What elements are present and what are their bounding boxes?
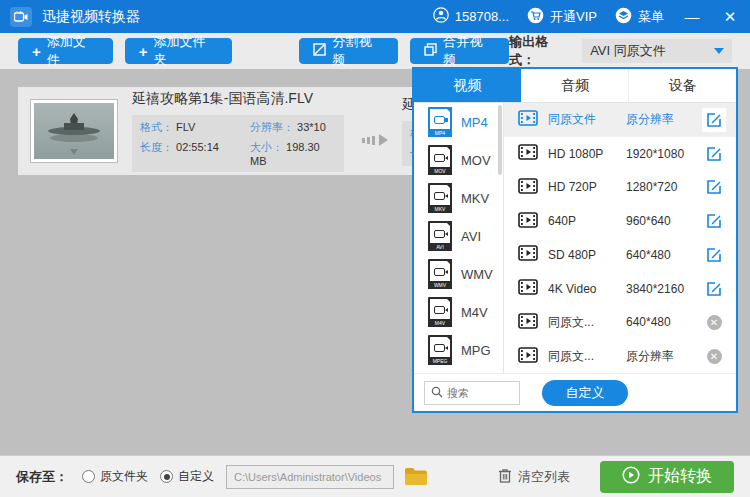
tab-device[interactable]: 设备: [629, 69, 736, 102]
start-convert-button[interactable]: 开始转换: [600, 461, 734, 493]
format-tabs: 视频 音频 设备: [414, 69, 736, 103]
filmstrip-icon: [518, 144, 538, 163]
app-logo-icon: [10, 7, 32, 27]
clear-list-button[interactable]: 清空列表: [498, 468, 570, 486]
filmstrip-icon: [518, 212, 538, 231]
profile-list: 同原文件 原分辨率 HD 1080P 1920*1080 HD 720P 128…: [504, 103, 736, 373]
output-format-label: 输出格式：: [509, 33, 574, 69]
file-video-icon: MKV: [428, 183, 452, 213]
profile-row-1080p[interactable]: HD 1080P 1920*1080: [504, 137, 736, 171]
file-video-icon: M4V: [428, 297, 452, 327]
format-item-wmv[interactable]: WMV WMV: [414, 255, 503, 293]
edit-icon[interactable]: [702, 243, 726, 267]
account-button[interactable]: 158708...: [433, 7, 509, 26]
app-window: 迅捷视频转换器 158708... 开通VIP 菜单 — ✕ + 添加文件 +: [0, 0, 750, 497]
merge-icon: [424, 43, 437, 59]
file-title: 延禧攻略第1集-国语高清.FLV: [132, 90, 344, 108]
output-format-select[interactable]: AVI 同原文件: [582, 39, 732, 63]
filmstrip-icon: [518, 313, 538, 332]
trash-icon: [498, 468, 512, 486]
titlebar: 迅捷视频转换器 158708... 开通VIP 菜单 — ✕: [0, 0, 750, 33]
filmstrip-icon: [518, 178, 538, 197]
format-search[interactable]: [424, 381, 520, 405]
file-video-icon: MP4: [428, 107, 452, 137]
tab-video[interactable]: 视频: [414, 69, 522, 102]
menu-label: 菜单: [638, 8, 664, 26]
split-icon: [313, 43, 326, 59]
format-item-mov[interactable]: MOV MOV: [414, 141, 503, 179]
filmstrip-icon: [518, 279, 538, 298]
remove-icon[interactable]: ✕: [702, 310, 726, 334]
search-input[interactable]: [447, 387, 507, 399]
output-path-input[interactable]: [226, 465, 394, 489]
chevron-down-icon: [714, 48, 724, 54]
remove-icon[interactable]: ✕: [702, 344, 726, 368]
radio-custom-folder[interactable]: 自定义: [160, 468, 214, 485]
edit-icon[interactable]: [702, 277, 726, 301]
custom-format-button[interactable]: 自定义: [542, 380, 628, 406]
filmstrip-icon: [518, 347, 538, 366]
account-label: 158708...: [455, 9, 509, 24]
split-video-button[interactable]: 分割视频: [299, 38, 398, 64]
add-folder-button[interactable]: + 添加文件夹: [125, 38, 233, 64]
vip-label: 开通VIP: [550, 8, 597, 26]
file-video-icon: WMV: [428, 259, 452, 289]
save-to-label: 保存至：: [16, 468, 68, 486]
format-item-m4v[interactable]: M4V M4V: [414, 293, 503, 331]
edit-icon[interactable]: [702, 108, 726, 132]
radio-original-folder[interactable]: 原文件夹: [82, 468, 148, 485]
user-icon: [433, 7, 449, 26]
browse-folder-button[interactable]: [404, 467, 428, 486]
profile-row-4k[interactable]: 4K Video 3840*2160: [504, 272, 736, 306]
video-thumbnail: [30, 99, 118, 163]
vip-button[interactable]: 开通VIP: [527, 7, 597, 27]
profile-row-640p[interactable]: 640P 960*640: [504, 204, 736, 238]
minimize-button[interactable]: —: [682, 8, 702, 25]
panel-bottom-bar: 自定义: [414, 373, 736, 411]
folder-icon: [404, 467, 428, 486]
file-video-icon: MPEG: [428, 335, 452, 365]
edit-icon[interactable]: [702, 209, 726, 233]
profile-row-720p[interactable]: HD 720P 1280*720: [504, 171, 736, 205]
tab-audio[interactable]: 音频: [522, 69, 630, 102]
format-item-avi[interactable]: AVI AVI: [414, 217, 503, 255]
app-title: 迅捷视频转换器: [42, 8, 140, 26]
close-button[interactable]: ✕: [720, 8, 740, 26]
format-item-mkv[interactable]: MKV MKV: [414, 179, 503, 217]
file-video-icon: MOV: [428, 145, 452, 175]
format-item-mp4[interactable]: MP4 MP4: [414, 103, 503, 141]
convert-arrow-icon: [362, 134, 388, 146]
merge-video-button[interactable]: 合并视频: [410, 38, 509, 64]
search-icon: [431, 384, 443, 402]
toolbar: + 添加文件 + 添加文件夹 分割视频 合并视频 输出格式： AVI 同原文件: [0, 33, 750, 69]
format-dropdown-panel: 视频 音频 设备 MP4 MP4 MOV MOV MKV MKV AVI: [412, 67, 738, 413]
file-meta: 格式： FLV 分辨率： 33*10 长度： 02:55:14 大小： 198.…: [132, 115, 344, 172]
edit-icon[interactable]: [702, 175, 726, 199]
filmstrip-icon: [518, 110, 538, 129]
format-list: MP4 MP4 MOV MOV MKV MKV AVI AVI WMV WM: [414, 103, 504, 373]
cart-icon: [527, 7, 544, 27]
profile-row-480p[interactable]: SD 480P 640*480: [504, 238, 736, 272]
radio-icon: [82, 470, 95, 483]
bottombar: 保存至： 原文件夹 自定义 清空列表 开始转换: [0, 455, 750, 497]
layers-icon: [615, 7, 632, 27]
profile-row-custom-2[interactable]: 同原文... 原分辨率 ✕: [504, 339, 736, 373]
plus-icon: +: [32, 44, 41, 59]
plus-icon: +: [139, 44, 148, 59]
format-list-scrollbar[interactable]: [498, 105, 502, 175]
add-file-button[interactable]: + 添加文件: [18, 38, 113, 64]
profile-row-original[interactable]: 同原文件 原分辨率: [504, 103, 736, 137]
menu-button[interactable]: 菜单: [615, 7, 664, 27]
edit-icon[interactable]: [702, 142, 726, 166]
play-circle-icon: [622, 466, 640, 488]
format-item-mpg[interactable]: MPEG MPG: [414, 331, 503, 369]
filmstrip-icon: [518, 245, 538, 264]
file-video-icon: AVI: [428, 221, 452, 251]
profile-row-custom-1[interactable]: 同原文... 640*480 ✕: [504, 306, 736, 340]
radio-checked-icon: [160, 470, 173, 483]
